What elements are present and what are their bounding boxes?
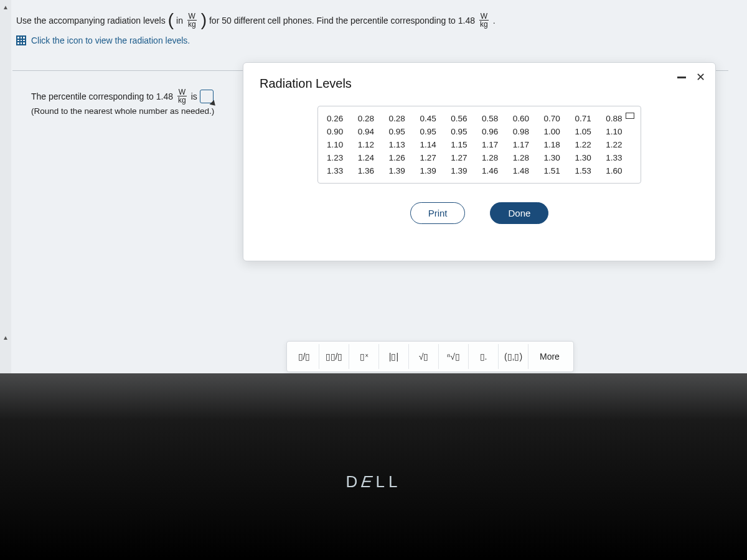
data-cell: 1.33 (327, 166, 353, 175)
data-grid: 0.260.280.280.450.560.580.600.700.710.88… (327, 114, 632, 175)
data-cell: 1.17 (513, 140, 539, 149)
close-icon[interactable]: ✕ (696, 70, 705, 84)
q-prefix: Use the accompanying radiation levels (16, 16, 166, 26)
data-cell: 1.27 (451, 153, 477, 162)
data-cell: 0.26 (327, 114, 353, 123)
data-cell: 1.39 (420, 166, 446, 175)
data-cell: 0.28 (389, 114, 415, 123)
data-cell: 0.45 (420, 114, 446, 123)
data-cell: 1.30 (575, 153, 601, 162)
answer-suffix: is (191, 91, 197, 101)
data-cell: 0.60 (513, 114, 539, 123)
minimize-icon[interactable] (677, 77, 686, 78)
unit-fraction-2: W kg (479, 12, 489, 28)
modal-controls: ✕ (677, 70, 705, 84)
unit-den: kg (187, 21, 197, 28)
radiation-levels-modal: ✕ Radiation Levels 0.260.280.280.450.560… (243, 62, 716, 261)
data-cell: 1.51 (544, 166, 570, 175)
answer-unit-den: kg (177, 96, 187, 104)
unit2-den: kg (479, 21, 489, 28)
data-cell: 0.70 (544, 114, 570, 123)
data-cell: 0.94 (358, 127, 384, 136)
data-cell: 1.30 (544, 153, 570, 162)
data-cell: 0.95 (389, 127, 415, 136)
view-data-link[interactable]: Click the icon to view the radiation lev… (16, 35, 728, 45)
data-cell: 1.10 (327, 140, 353, 149)
tool-sqrt[interactable]: √▯ (409, 344, 439, 369)
dell-logo: DELL (345, 472, 401, 492)
done-button[interactable]: Done (490, 202, 548, 224)
tool-mixed-fraction[interactable]: ▯▯/▯ (319, 344, 349, 369)
tool-nroot[interactable]: ⁿ√▯ (439, 344, 469, 369)
data-cell: 0.28 (358, 114, 384, 123)
data-cell: 1.28 (513, 153, 539, 162)
answer-prefix: The percentile corresponding to 1.48 (31, 91, 173, 101)
answer-unit-fraction: W kg (177, 88, 187, 104)
icon-link-text: Click the icon to view the radiation lev… (31, 35, 190, 45)
data-cell: 1.48 (513, 166, 539, 175)
q-period: . (493, 16, 496, 26)
data-panel: 0.260.280.280.450.560.580.600.700.710.88… (317, 106, 641, 184)
data-cell: 1.28 (482, 153, 508, 162)
percentile-input[interactable] (200, 90, 214, 103)
close-paren: ) (201, 13, 207, 27)
question-text: Use the accompanying radiation levels ( … (16, 12, 728, 28)
tool-absolute[interactable]: |▯| (379, 344, 409, 369)
data-cell: 1.22 (575, 140, 601, 149)
main-content: ▲ ▲ Use the accompanying radiation level… (0, 0, 747, 373)
data-cell: 0.98 (513, 127, 539, 136)
data-cell: 1.33 (606, 153, 632, 162)
q-middle: for 50 different cell phones. Find the p… (209, 16, 475, 26)
math-toolbar: ▯/▯ ▯▯/▯ ▯ˣ |▯| √▯ ⁿ√▯ ▯. (▯,▯) More (286, 341, 574, 372)
tool-exponent[interactable]: ▯ˣ (349, 344, 379, 369)
tool-coord[interactable]: (▯,▯) (499, 344, 529, 369)
data-cell: 1.60 (606, 166, 632, 175)
data-cell: 0.90 (327, 127, 353, 136)
data-cell: 1.00 (544, 127, 570, 136)
data-cell: 1.23 (327, 153, 353, 162)
data-cell: 1.26 (389, 153, 415, 162)
modal-buttons: Print Done (260, 202, 699, 224)
data-cell: 1.18 (544, 140, 570, 149)
data-cell: 1.36 (358, 166, 384, 175)
data-cell: 1.13 (389, 140, 415, 149)
data-cell: 0.56 (451, 114, 477, 123)
tool-subscript[interactable]: ▯. (469, 344, 499, 369)
open-paren: ( (168, 13, 174, 27)
data-cell: 1.17 (482, 140, 508, 149)
tool-fraction[interactable]: ▯/▯ (289, 344, 319, 369)
data-cell: 1.24 (358, 153, 384, 162)
data-cell: 1.39 (451, 166, 477, 175)
data-cell: 1.22 (606, 140, 632, 149)
data-cell: 1.12 (358, 140, 384, 149)
data-cell: 1.46 (482, 166, 508, 175)
scroll-up-icon[interactable]: ▲ (2, 4, 9, 11)
data-cell: 1.27 (420, 153, 446, 162)
data-cell: 1.05 (575, 127, 601, 136)
modal-title: Radiation Levels (260, 77, 699, 91)
fullscreen-icon[interactable] (626, 113, 634, 119)
unit-fraction: W kg (187, 12, 197, 28)
q-in: in (176, 16, 183, 26)
print-button[interactable]: Print (410, 202, 466, 224)
data-cell: 0.95 (420, 127, 446, 136)
data-cell: 0.58 (482, 114, 508, 123)
data-cell: 1.15 (451, 140, 477, 149)
data-cell: 1.14 (420, 140, 446, 149)
table-icon (16, 35, 26, 45)
data-cell: 1.39 (389, 166, 415, 175)
data-cell: 0.71 (575, 114, 601, 123)
tool-more[interactable]: More (529, 352, 571, 362)
data-cell: 0.96 (482, 127, 508, 136)
scroll-gutter: ▲ ▲ (0, 0, 11, 373)
data-cell: 1.10 (606, 127, 632, 136)
scroll-down-icon[interactable]: ▲ (2, 334, 9, 341)
data-cell: 1.53 (575, 166, 601, 175)
data-cell: 0.95 (451, 127, 477, 136)
